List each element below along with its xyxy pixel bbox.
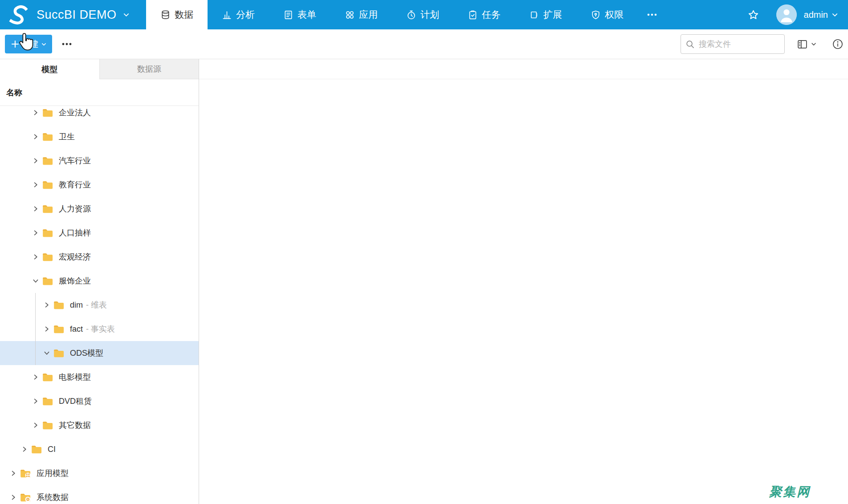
view-toggle-button[interactable] bbox=[796, 38, 817, 50]
chevron-right-icon[interactable] bbox=[21, 446, 28, 453]
tree-item[interactable]: 人力资源 bbox=[0, 197, 199, 221]
tree-item[interactable]: 汽车行业 bbox=[0, 149, 199, 173]
folder-icon bbox=[53, 349, 65, 358]
chevron-right-icon[interactable] bbox=[32, 206, 39, 212]
favorite-star-icon[interactable] bbox=[747, 9, 759, 21]
chevron-right-icon[interactable] bbox=[32, 398, 39, 405]
folder-icon bbox=[53, 325, 65, 334]
tree-item[interactable]: 服饰企业 bbox=[0, 269, 199, 293]
nav-more-button[interactable] bbox=[638, 0, 666, 29]
chevron-right-icon[interactable] bbox=[32, 182, 39, 188]
plus-icon bbox=[11, 40, 20, 49]
tree-item[interactable]: fact - 事实表 bbox=[0, 317, 199, 341]
chevron-right-icon[interactable] bbox=[32, 110, 39, 116]
chevron-right-icon[interactable] bbox=[32, 134, 39, 140]
file-toolbar: 新建 bbox=[0, 29, 848, 59]
chevron-right-icon[interactable] bbox=[32, 374, 39, 381]
folder-icon bbox=[53, 301, 65, 310]
form-document-icon bbox=[283, 10, 294, 20]
search-box[interactable] bbox=[681, 34, 785, 54]
model-tree: 企业法人 卫生 汽车行业 教育行业 人力资源 人口抽样 宏观经济 服饰企业 bbox=[0, 106, 199, 504]
plugin-icon bbox=[529, 10, 539, 20]
nav-item-bar-chart[interactable]: 分析 bbox=[208, 0, 269, 29]
chevron-down-icon bbox=[811, 41, 817, 47]
file-tree-sidebar: 模型数据源 名称 企业法人 卫生 汽车行业 教育行业 人力资源 人口抽样 宏 bbox=[0, 59, 199, 504]
folder-icon bbox=[42, 373, 53, 382]
nav-item-app-grid[interactable]: 应用 bbox=[330, 0, 392, 29]
watermark: 聚集网 bbox=[769, 484, 811, 500]
clipboard-check-icon bbox=[468, 10, 478, 20]
tree-item[interactable]: 教育行业 bbox=[0, 173, 199, 197]
user-menu-chevron-down-icon[interactable] bbox=[832, 12, 838, 18]
tree-item[interactable]: 卫生 bbox=[0, 125, 199, 149]
tree-item[interactable]: 企业法人 bbox=[0, 106, 199, 125]
app-grid-icon bbox=[345, 10, 355, 20]
new-button-label: 新建 bbox=[22, 38, 39, 50]
toolbar-more-button[interactable] bbox=[61, 38, 73, 50]
chevron-right-icon[interactable] bbox=[43, 302, 50, 309]
sidebar-tab-models[interactable]: 模型 bbox=[0, 59, 99, 79]
avatar[interactable] bbox=[776, 4, 797, 25]
chevron-down-icon[interactable] bbox=[43, 350, 50, 357]
folder-icon bbox=[42, 421, 53, 430]
chevron-right-icon[interactable] bbox=[43, 326, 50, 333]
primary-nav: 数据 分析 表单 应用 计划 任务 扩展 权限 bbox=[146, 0, 638, 29]
shield-key-icon bbox=[591, 10, 601, 20]
top-navigation-bar: SuccBI DEMO 数据 分析 表单 应用 计划 任务 扩展 权限 bbox=[0, 0, 848, 29]
folder-icon bbox=[42, 276, 53, 286]
folder-icon bbox=[31, 445, 42, 454]
folder-icon bbox=[42, 228, 53, 238]
new-button[interactable]: 新建 bbox=[5, 35, 52, 53]
nav-item-stopwatch[interactable]: 计划 bbox=[392, 0, 453, 29]
chevron-right-icon[interactable] bbox=[10, 470, 16, 477]
sidebar-tab-datasources[interactable]: 数据源 bbox=[99, 59, 199, 79]
main-top-strip bbox=[199, 59, 848, 79]
folder-icon bbox=[42, 204, 53, 214]
nav-item-form-document[interactable]: 表单 bbox=[269, 0, 330, 29]
tree-item[interactable]: 系统数据 bbox=[0, 485, 199, 504]
tree-item[interactable]: ODS模型 bbox=[0, 341, 199, 365]
tree-item[interactable]: 人口抽样 bbox=[0, 221, 199, 245]
layout-view-icon bbox=[796, 38, 808, 50]
tree-item[interactable]: 宏观经济 bbox=[0, 245, 199, 269]
folder-icon bbox=[42, 397, 53, 406]
chevron-right-icon[interactable] bbox=[32, 254, 39, 260]
succbi-logo-icon bbox=[7, 3, 30, 26]
chevron-right-icon[interactable] bbox=[32, 230, 39, 236]
username[interactable]: admin bbox=[804, 10, 828, 20]
nav-item-plugin[interactable]: 扩展 bbox=[515, 0, 576, 29]
chevron-down-icon bbox=[123, 12, 130, 18]
folder-icon bbox=[42, 156, 53, 166]
nav-item-clipboard-check[interactable]: 任务 bbox=[453, 0, 515, 29]
folder-gear-icon bbox=[20, 493, 31, 502]
chevron-right-icon[interactable] bbox=[10, 494, 16, 501]
search-input[interactable] bbox=[699, 40, 780, 49]
folder-app-grid-icon bbox=[20, 469, 31, 478]
search-icon bbox=[685, 40, 695, 49]
chevron-down-icon bbox=[41, 41, 47, 47]
column-header-name: 名称 bbox=[0, 79, 199, 106]
folder-icon bbox=[42, 108, 53, 118]
main-content-area: 聚集网 bbox=[199, 59, 848, 504]
database-icon bbox=[160, 10, 171, 20]
chevron-right-icon[interactable] bbox=[32, 158, 39, 164]
chevron-right-icon[interactable] bbox=[32, 422, 39, 429]
folder-icon bbox=[42, 132, 53, 142]
tree-item[interactable]: 其它数据 bbox=[0, 413, 199, 437]
sidebar-tabs: 模型数据源 bbox=[0, 59, 199, 79]
tree-item[interactable]: 电影模型 bbox=[0, 365, 199, 389]
tree-item[interactable]: DVD租赁 bbox=[0, 389, 199, 413]
stopwatch-icon bbox=[406, 10, 416, 20]
tree-item[interactable]: 应用模型 bbox=[0, 461, 199, 485]
nav-item-shield-key[interactable]: 权限 bbox=[576, 0, 638, 29]
brand[interactable]: SuccBI DEMO bbox=[0, 0, 146, 29]
folder-icon bbox=[42, 252, 53, 262]
tree-item[interactable]: CI bbox=[0, 437, 199, 461]
info-button[interactable] bbox=[832, 38, 844, 50]
chevron-down-icon[interactable] bbox=[32, 278, 39, 285]
tree-guide-line bbox=[35, 293, 36, 365]
tree-item[interactable]: dim - 维表 bbox=[0, 293, 199, 317]
folder-icon bbox=[42, 180, 53, 190]
info-icon bbox=[832, 38, 844, 50]
nav-item-database[interactable]: 数据 bbox=[146, 0, 208, 29]
